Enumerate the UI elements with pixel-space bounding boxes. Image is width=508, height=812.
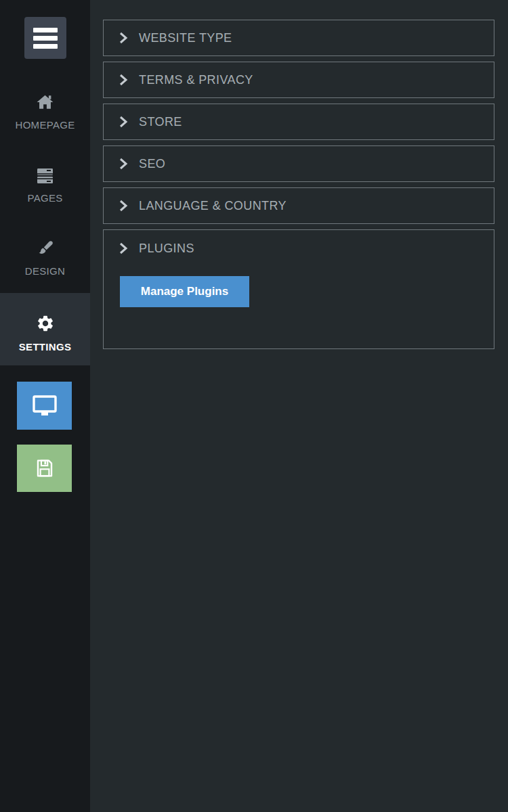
accordion-plugins: PLUGINS Manage Plugins bbox=[103, 229, 494, 349]
home-icon bbox=[36, 92, 54, 111]
pages-icon bbox=[36, 165, 54, 184]
chevron-right-icon bbox=[117, 115, 129, 129]
chevron-right-icon bbox=[117, 242, 129, 255]
manage-plugins-button[interactable]: Manage Plugins bbox=[120, 276, 249, 307]
paintbrush-icon bbox=[37, 238, 54, 257]
sidebar-item-label: HOMEPAGE bbox=[16, 119, 75, 131]
chevron-right-icon bbox=[117, 73, 129, 87]
save-button[interactable] bbox=[17, 445, 72, 492]
accordion-label: SEO bbox=[139, 157, 165, 171]
accordion-label: LANGUAGE & COUNTRY bbox=[139, 199, 287, 213]
settings-accordion: WEBSITE TYPE TERMS & PRIVACY STORE SEO L… bbox=[103, 20, 494, 355]
preview-button[interactable] bbox=[17, 382, 72, 430]
gear-icon bbox=[36, 314, 55, 333]
accordion-language-country[interactable]: LANGUAGE & COUNTRY bbox=[103, 187, 494, 224]
accordion-seo[interactable]: SEO bbox=[103, 145, 494, 182]
accordion-plugins-header[interactable]: PLUGINS bbox=[104, 230, 494, 267]
sidebar: HOMEPAGE PAGES DESIGN bbox=[0, 0, 90, 812]
sidebar-item-homepage[interactable]: HOMEPAGE bbox=[0, 92, 90, 131]
accordion-label: TERMS & PRIVACY bbox=[139, 73, 253, 87]
accordion-label: STORE bbox=[139, 115, 182, 129]
sidebar-item-label: DESIGN bbox=[25, 265, 65, 277]
sidebar-item-label: SETTINGS bbox=[19, 341, 71, 353]
sidebar-item-label: PAGES bbox=[27, 192, 62, 204]
sidebar-item-settings[interactable]: SETTINGS bbox=[0, 293, 90, 365]
monitor-icon bbox=[31, 394, 58, 418]
sidebar-item-design[interactable]: DESIGN bbox=[0, 238, 90, 277]
chevron-right-icon bbox=[117, 157, 129, 171]
chevron-right-icon bbox=[117, 199, 129, 212]
sidebar-item-pages[interactable]: PAGES bbox=[0, 165, 90, 204]
save-icon bbox=[34, 457, 56, 479]
accordion-store[interactable]: STORE bbox=[103, 104, 494, 140]
accordion-terms-privacy[interactable]: TERMS & PRIVACY bbox=[103, 62, 494, 98]
chevron-right-icon bbox=[117, 31, 129, 45]
menu-button[interactable] bbox=[24, 17, 66, 59]
accordion-label: PLUGINS bbox=[139, 242, 194, 256]
accordion-label: WEBSITE TYPE bbox=[139, 31, 232, 45]
accordion-website-type[interactable]: WEBSITE TYPE bbox=[103, 20, 494, 56]
